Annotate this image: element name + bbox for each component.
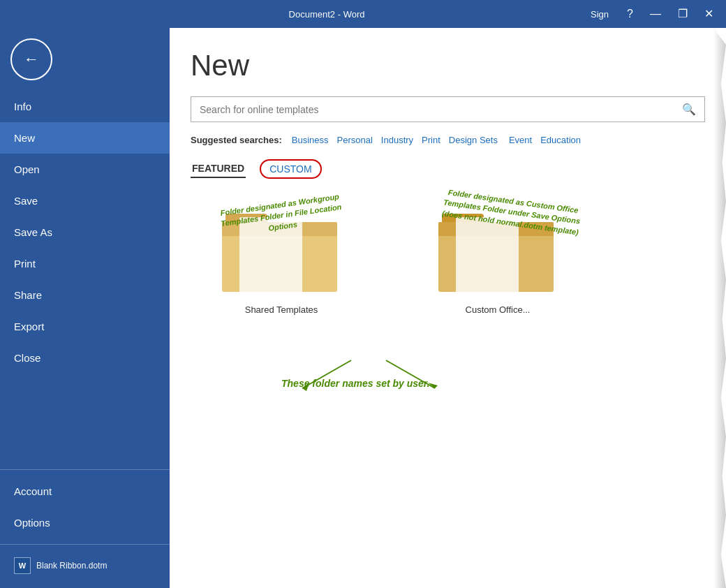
- suggested-design-sets[interactable]: Design Sets: [446, 133, 501, 147]
- sidebar-divider-2: [0, 544, 170, 545]
- tab-featured[interactable]: FEATURED: [191, 160, 246, 178]
- sidebar-divider-1: [0, 469, 170, 470]
- search-input[interactable]: [200, 104, 682, 115]
- page-title: New: [191, 49, 705, 82]
- suggested-industry[interactable]: Industry: [378, 133, 416, 147]
- help-button[interactable]: ?: [621, 6, 639, 22]
- suggested-print[interactable]: Print: [419, 133, 443, 147]
- sidebar-item-share[interactable]: Share: [0, 279, 170, 311]
- back-button[interactable]: ←: [10, 38, 52, 80]
- window-controls: Sign ? — ❐ ✕: [591, 6, 719, 22]
- restore-button[interactable]: ❐: [672, 6, 693, 22]
- tabs-row: FEATURED CUSTOM: [191, 159, 705, 179]
- shared-templates-item: Folder designated as Workgroup Templates…: [218, 193, 344, 315]
- folder-names-note: These folder names set by user.: [281, 378, 429, 389]
- suggested-education[interactable]: Education: [538, 133, 584, 147]
- close-button[interactable]: ✕: [699, 6, 719, 22]
- sidebar-item-open[interactable]: Open: [0, 154, 170, 185]
- app-layout: ← Info New Open Save Save As Print Share…: [0, 28, 726, 588]
- window-title: Document2 - Word: [63, 9, 591, 20]
- sidebar-item-save[interactable]: Save: [0, 185, 170, 216]
- nav-menu: Info New Open Save Save As Print Share E…: [0, 91, 170, 374]
- shared-templates-label[interactable]: Shared Templates: [218, 304, 344, 315]
- sidebar-item-info[interactable]: Info: [0, 91, 170, 122]
- suggested-event[interactable]: Event: [506, 133, 535, 147]
- suggested-label: Suggested searches:: [191, 135, 282, 145]
- search-icon: 🔍: [682, 103, 696, 116]
- templates-area: Folder designated as Workgroup Templates…: [191, 193, 705, 416]
- tab-custom[interactable]: CUSTOM: [260, 159, 321, 179]
- sidebar-item-new[interactable]: New: [0, 122, 170, 154]
- custom-office-item: Folder designated as Custom Office Templ…: [435, 193, 561, 315]
- sidebar-item-saveas[interactable]: Save As: [0, 216, 170, 248]
- sidebar-item-export[interactable]: Export: [0, 311, 170, 342]
- shared-folder-container: Folder designated as Workgroup Templates…: [218, 193, 344, 297]
- main-content: New 🔍 Suggested searches: Business Perso…: [170, 28, 726, 588]
- sidebar-item-print[interactable]: Print: [0, 248, 170, 279]
- back-icon: ←: [24, 50, 39, 68]
- sidebar-item-options[interactable]: Options: [0, 507, 170, 538]
- sidebar-bottom: Account Options W Blank Ribbon.dotm: [0, 464, 170, 581]
- word-file-icon: W: [14, 557, 31, 574]
- title-bar: Document2 - Word Sign ? — ❐ ✕: [0, 0, 726, 28]
- custom-folder-container: Folder designated as Custom Office Templ…: [435, 193, 561, 297]
- recent-file-item[interactable]: W Blank Ribbon.dotm: [0, 550, 170, 581]
- sidebar-item-close[interactable]: Close: [0, 342, 170, 374]
- sign-in-label[interactable]: Sign: [591, 9, 616, 20]
- svg-rect-7: [456, 217, 519, 294]
- torn-edge: [713, 28, 726, 588]
- minimize-button[interactable]: —: [644, 6, 667, 22]
- sidebar: ← Info New Open Save Save As Print Share…: [0, 28, 170, 588]
- suggested-business[interactable]: Business: [289, 133, 332, 147]
- suggested-searches: Suggested searches: Business Personal In…: [191, 133, 705, 147]
- search-bar: 🔍: [191, 96, 705, 122]
- custom-office-label[interactable]: Custom Office...: [435, 304, 561, 315]
- recent-file-label: Blank Ribbon.dotm: [36, 561, 107, 571]
- suggested-personal[interactable]: Personal: [334, 133, 376, 147]
- sidebar-item-account[interactable]: Account: [0, 476, 170, 507]
